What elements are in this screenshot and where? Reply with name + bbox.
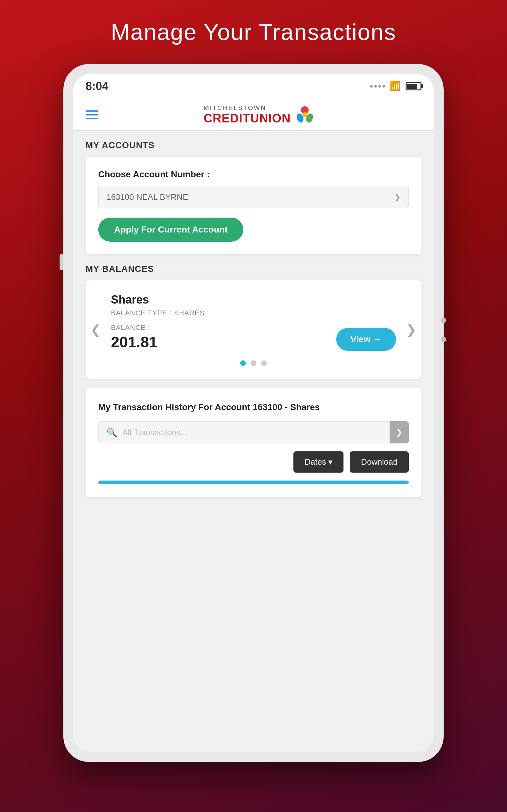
view-balance-button[interactable]: View → (336, 328, 396, 351)
balance-row: BALANCE : 201.81 View → (111, 323, 396, 351)
dropdown-arrow-icon: ❯ (394, 193, 400, 201)
choose-account-label: Choose Account Number : (98, 169, 409, 180)
search-dropdown-button[interactable]: ❯ (390, 421, 409, 444)
transaction-card: My Transaction History For Account 16310… (86, 388, 421, 497)
tablet-side-button (60, 254, 63, 270)
logo-creditunion: CREDITUNION (204, 112, 291, 125)
tablet-frame: 8:04 📶 (63, 64, 444, 762)
status-bar: 8:04 📶 (73, 73, 434, 99)
carousel-dot-2[interactable] (250, 360, 257, 366)
status-icons: 📶 (370, 81, 421, 91)
accounts-card: Choose Account Number : 163100 NEAL BYRN… (86, 157, 421, 254)
search-dropdown-arrow-icon: ❯ (396, 428, 402, 437)
tablet-screen: 8:04 📶 (73, 73, 434, 752)
search-box[interactable]: 🔍 All Transactions... (98, 421, 390, 444)
wifi-icon: 📶 (390, 81, 401, 91)
tablet-power-button (441, 337, 446, 342)
logo-mitchelstown: MITCHELSTOWN (204, 104, 267, 112)
balance-title: Shares (111, 293, 396, 306)
main-content: MY ACCOUNTS Choose Account Number : 1631… (73, 131, 434, 752)
tablet-camera-button (441, 318, 446, 323)
app-header: MITCHELSTOWN CREDITUNION (73, 99, 434, 131)
logo-text: MITCHELSTOWN CREDITUNION (204, 104, 291, 125)
logo-icon (294, 104, 316, 126)
battery-icon (406, 82, 421, 90)
logo-container: MITCHELSTOWN CREDITUNION (98, 104, 421, 126)
balance-nav-right-button[interactable]: ❯ (406, 322, 417, 337)
balance-amount: 201.81 (111, 334, 158, 351)
download-button[interactable]: Download (350, 451, 409, 473)
transaction-title: My Transaction History For Account 16310… (98, 401, 409, 413)
carousel-dot-1[interactable] (240, 360, 246, 366)
search-icon: 🔍 (107, 427, 118, 438)
svg-point-3 (302, 112, 307, 117)
status-time: 8:04 (86, 80, 108, 93)
balances-card: ❮ ❯ Shares BALANCE TYPE : SHARES BALANCE… (86, 281, 421, 379)
progress-bar (98, 480, 409, 484)
balance-type: BALANCE TYPE : SHARES (111, 309, 396, 317)
balance-content: Shares BALANCE TYPE : SHARES BALANCE : 2… (98, 293, 409, 351)
my-accounts-title: MY ACCOUNTS (86, 140, 421, 150)
my-balances-title: MY BALANCES (86, 264, 421, 274)
account-dropdown[interactable]: 163100 NEAL BYRNE ❯ (98, 186, 409, 208)
carousel-dots (98, 360, 409, 366)
account-dropdown-text: 163100 NEAL BYRNE (107, 192, 188, 202)
search-row: 🔍 All Transactions... ❯ (98, 421, 409, 444)
search-placeholder: All Transactions... (122, 427, 187, 438)
hamburger-menu-button[interactable] (86, 110, 98, 119)
signal-icon (370, 85, 385, 88)
balance-nav-left-button[interactable]: ❮ (90, 322, 101, 337)
apply-current-account-button[interactable]: Apply For Current Account (98, 217, 243, 242)
dates-button[interactable]: Dates ▾ (293, 451, 343, 473)
balance-amount-container: BALANCE : 201.81 (111, 323, 158, 351)
page-title: Manage Your Transactions (111, 19, 396, 45)
carousel-dot-3[interactable] (261, 360, 267, 366)
action-buttons: Dates ▾ Download (98, 451, 409, 473)
balance-amount-label: BALANCE : (111, 323, 158, 332)
